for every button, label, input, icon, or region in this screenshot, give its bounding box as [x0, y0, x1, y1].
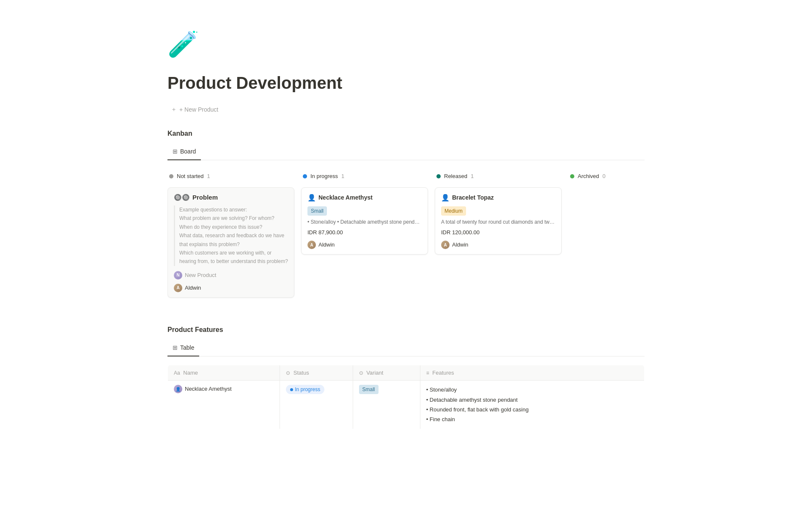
- page-title: Product Development: [167, 70, 645, 96]
- bracelet-desc: A total of twenty four round cut diamond…: [441, 218, 555, 226]
- col-label-archived: Archived: [578, 172, 599, 181]
- page-container: 🧪 Product Development ＋ + New Product Ka…: [127, 0, 685, 463]
- avatar-aldwin-bracelet: A: [441, 241, 450, 249]
- necklace-title-row: 👤 Necklace Amethyst: [307, 193, 422, 203]
- problem-assignee: Aldwin: [185, 284, 201, 292]
- necklace-desc: • Stone/alloy • Detachable amethyst ston…: [307, 218, 422, 226]
- problem-title: 🔘🔘 Problem: [174, 193, 288, 203]
- th-variant-icon: ⊙: [359, 370, 363, 376]
- col-label-in-progress: In progress: [310, 172, 338, 181]
- th-features-label: Features: [432, 370, 454, 376]
- col-dot-green: [436, 174, 441, 178]
- cell-features: Stone/alloyDetachable amethyst stone pen…: [420, 381, 644, 429]
- avatar-new-product: N: [174, 271, 182, 280]
- col-label-released: Released: [444, 172, 467, 181]
- avatar-row: 👤: [174, 385, 182, 393]
- col-header-in-progress: In progress 1: [301, 169, 428, 184]
- kanban-card-necklace[interactable]: 👤 Necklace Amethyst Small • Stone/alloy …: [301, 187, 428, 255]
- feature-item: Stone/alloy: [426, 385, 638, 395]
- col-header-not-started: Not started 1: [167, 169, 294, 184]
- bracelet-assignee: Aldwin: [452, 241, 468, 249]
- problem-emoji: 🔘🔘: [174, 193, 190, 203]
- col-dot-green-light: [570, 174, 574, 178]
- col-header-released: Released 1: [435, 169, 562, 184]
- avatar-aldwin-necklace: A: [307, 241, 316, 249]
- th-name-icon: Aa: [174, 370, 180, 376]
- col-count-not-started: 1: [207, 172, 210, 181]
- bracelet-card-title: Bracelet Topaz: [452, 193, 494, 202]
- th-features: ≡ Features: [420, 365, 644, 381]
- plus-icon: ＋: [171, 106, 177, 113]
- table-icon: ⊞: [173, 343, 178, 352]
- col-count-archived: 0: [603, 172, 606, 181]
- necklace-assignee: Aldwin: [318, 241, 335, 249]
- problem-card-title: Problem: [192, 193, 218, 203]
- new-product-card-row: N New Product: [174, 271, 288, 280]
- tab-table[interactable]: ⊞ Table: [167, 340, 199, 356]
- table-header-row: Aa Name ⊙ Status ⊙ Variant ≡ Features: [168, 365, 645, 381]
- bracelet-footer: A Aldwin: [441, 241, 555, 249]
- necklace-price: IDR 87,900.00: [307, 228, 422, 237]
- col-dot-gray: [169, 174, 173, 178]
- kanban-section-title: Kanban: [167, 129, 645, 139]
- th-features-icon: ≡: [426, 370, 429, 376]
- feature-item: Detachable amethyst stone pendant: [426, 395, 638, 405]
- col-label-not-started: Not started: [177, 172, 204, 181]
- product-features-section: Product Features ⊞ Table Aa Name ⊙ Statu…: [167, 325, 645, 429]
- tab-board[interactable]: ⊞ Board: [167, 144, 201, 160]
- bracelet-price: IDR 120,000.00: [441, 228, 555, 237]
- row-name: Necklace Amethyst: [185, 385, 232, 393]
- page-icon: 🧪: [167, 25, 645, 63]
- cell-variant: Small: [353, 381, 420, 429]
- table-tab-label: Table: [180, 343, 194, 352]
- new-product-label: + New Product: [179, 106, 218, 113]
- kanban-section: Kanban ⊞ Board Not started 1 🔘🔘 Problem: [167, 129, 645, 304]
- kanban-card-bracelet[interactable]: 👤 Bracelet Topaz Medium A total of twent…: [435, 187, 562, 255]
- feature-item: Rounded front, flat back with gold casin…: [426, 405, 638, 414]
- kanban-col-not-started: Not started 1 🔘🔘 Problem Example questio…: [167, 169, 294, 301]
- kanban-board: Not started 1 🔘🔘 Problem Example questio…: [167, 169, 645, 304]
- necklace-badge: Small: [307, 206, 327, 216]
- product-features-title: Product Features: [167, 325, 645, 335]
- board-tab-label: Board: [180, 147, 196, 156]
- feature-item: Fine chain: [426, 414, 638, 424]
- cell-name[interactable]: 👤Necklace Amethyst: [168, 381, 280, 429]
- kanban-card-problem[interactable]: 🔘🔘 Problem Example questions to answer: …: [167, 187, 294, 298]
- new-product-sub-item: New Product: [185, 271, 216, 280]
- status-badge: In progress: [286, 385, 324, 394]
- necklace-person-icon: 👤: [307, 193, 316, 203]
- th-name-label: Name: [183, 370, 198, 376]
- col-count-in-progress: 1: [341, 172, 344, 181]
- kanban-col-released: Released 1 👤 Bracelet Topaz Medium A tot…: [435, 169, 562, 301]
- bracelet-badge: Medium: [441, 206, 466, 216]
- board-icon: ⊞: [173, 147, 178, 156]
- kanban-col-in-progress: In progress 1 👤 Necklace Amethyst Small …: [301, 169, 428, 301]
- problem-card-footer: A Aldwin: [174, 284, 288, 292]
- avatar-aldwin-problem: A: [174, 284, 182, 292]
- bracelet-person-icon: 👤: [441, 193, 450, 203]
- features-tabs: ⊞ Table: [167, 340, 645, 356]
- th-status-icon: ⊙: [286, 370, 290, 376]
- problem-body: Example questions to answer: What proble…: [174, 206, 288, 266]
- th-status-label: Status: [294, 370, 309, 376]
- cell-status: In progress: [280, 381, 353, 429]
- col-header-archived: Archived 0: [568, 169, 645, 184]
- th-name: Aa Name: [168, 365, 280, 381]
- th-variant: ⊙ Variant: [353, 365, 420, 381]
- col-dot-blue: [303, 174, 307, 178]
- kanban-col-archived: Archived 0: [568, 169, 645, 301]
- status-dot: [290, 388, 293, 391]
- th-variant-label: Variant: [366, 370, 383, 376]
- new-product-button[interactable]: ＋ + New Product: [167, 104, 222, 115]
- necklace-card-title: Necklace Amethyst: [318, 193, 373, 202]
- table-row: 👤Necklace AmethystIn progressSmallStone/…: [168, 381, 645, 429]
- th-status: ⊙ Status: [280, 365, 353, 381]
- variant-badge: Small: [359, 385, 379, 394]
- kanban-tabs: ⊞ Board: [167, 144, 645, 160]
- col-count-released: 1: [471, 172, 474, 181]
- necklace-footer: A Aldwin: [307, 241, 422, 249]
- features-table: Aa Name ⊙ Status ⊙ Variant ≡ Features: [167, 365, 645, 429]
- bracelet-title-row: 👤 Bracelet Topaz: [441, 193, 555, 203]
